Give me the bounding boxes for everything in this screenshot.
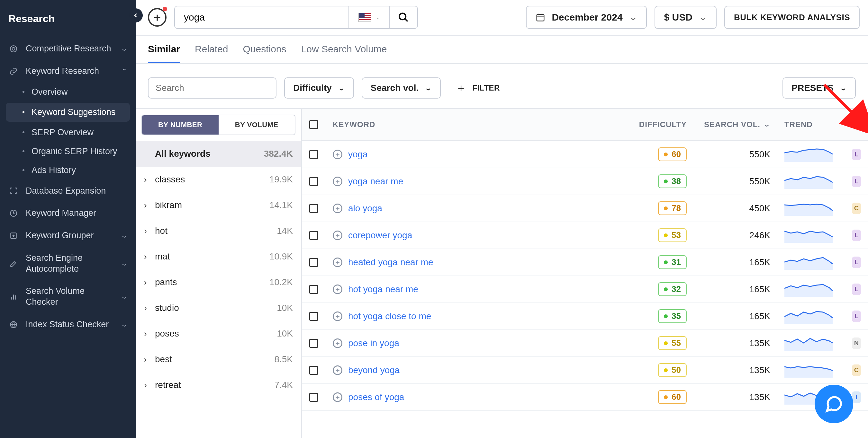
sidebar-subitem-organic-serp-history[interactable]: Organic SERP History xyxy=(0,142,136,161)
search-icon xyxy=(398,12,409,23)
sidebar-item-keyword-research[interactable]: Keyword Research ⌃ xyxy=(0,60,136,82)
keyword-group-row[interactable]: › pants 10.2K xyxy=(136,269,301,295)
chevron-down-icon: ⌄ xyxy=(629,13,637,22)
keyword-search-input[interactable] xyxy=(175,6,348,28)
group-count: 7.4K xyxy=(274,380,293,390)
keyword-link[interactable]: alo yoga xyxy=(348,203,382,213)
keyword-link[interactable]: poses of yoga xyxy=(348,392,404,402)
by-volume-toggle[interactable]: BY VOLUME xyxy=(219,115,295,135)
keyword-group-row[interactable]: › hot 14K xyxy=(136,218,301,244)
keyword-group-row[interactable]: › best 8.5K xyxy=(136,346,301,372)
keyword-group-row[interactable]: › bikram 14.1K xyxy=(136,192,301,218)
row-checkbox[interactable] xyxy=(309,312,318,321)
col-search-vol[interactable]: SEARCH VOL. ⌄ xyxy=(694,120,777,129)
link-icon xyxy=(8,66,19,76)
col-keyword[interactable]: KEYWORD xyxy=(326,120,600,129)
all-keywords-row[interactable]: All keywords 382.4K xyxy=(136,141,301,167)
tab-questions[interactable]: Questions xyxy=(243,44,286,63)
sidebar-subitem-keyword-suggestions[interactable]: Keyword Suggestions xyxy=(6,103,130,122)
chat-fab-button[interactable] xyxy=(815,385,853,423)
add-to-list-button[interactable]: ＋ xyxy=(333,311,342,321)
locale-selector[interactable]: ⌄ xyxy=(348,6,389,28)
keyword-group-row[interactable]: › retreat 7.4K xyxy=(136,372,301,398)
add-to-list-button[interactable]: ＋ xyxy=(333,365,342,375)
group-count: 10.2K xyxy=(270,277,293,288)
sidebar-item-competitive-research[interactable]: Competitive Research ⌄ xyxy=(0,38,136,60)
tab-similar[interactable]: Similar xyxy=(148,44,180,63)
add-to-list-button[interactable]: ＋ xyxy=(333,149,342,159)
keyword-group-row[interactable]: › classes 19.9K xyxy=(136,167,301,192)
chevron-right-icon: › xyxy=(144,355,155,365)
row-checkbox[interactable] xyxy=(309,366,318,375)
row-checkbox[interactable] xyxy=(309,150,318,159)
sidebar-subitem-label: SERP Overview xyxy=(31,128,94,137)
keyword-link[interactable]: yoga xyxy=(348,149,368,160)
add-to-list-button[interactable]: ＋ xyxy=(333,284,342,294)
add-to-list-button[interactable]: ＋ xyxy=(333,204,342,213)
col-sea[interactable]: SEA xyxy=(845,120,868,129)
add-filter-button[interactable]: ＋ FILTER xyxy=(456,80,500,95)
sidebar-item-label: Database Expansion xyxy=(26,186,128,197)
filter-search-input[interactable] xyxy=(156,83,271,93)
select-all-checkbox[interactable] xyxy=(309,120,318,129)
sidebar-item-label: Index Status Checker xyxy=(26,319,114,330)
keyword-link[interactable]: hot yoga close to me xyxy=(348,311,431,322)
content-grid: BY NUMBER BY VOLUME All keywords 382.4K … xyxy=(136,108,868,438)
bulk-analysis-button[interactable]: BULK KEYWORD ANALYSIS xyxy=(724,6,860,29)
tab-related[interactable]: Related xyxy=(195,44,228,63)
add-keyword-button[interactable]: ＋ xyxy=(148,8,166,27)
row-checkbox[interactable] xyxy=(309,393,318,402)
sidebar-subitem-ads-history[interactable]: Ads History xyxy=(0,161,136,180)
sidebar-item-search-volume-checker[interactable]: Search Volume Checker ⌄ xyxy=(0,280,136,313)
row-checkbox[interactable] xyxy=(309,339,318,348)
search-volume-value: 550K xyxy=(694,176,777,187)
col-trend[interactable]: TREND xyxy=(777,120,845,129)
sidebar-item-keyword-manager[interactable]: Keyword Manager xyxy=(0,202,136,225)
row-checkbox[interactable] xyxy=(309,258,318,267)
tab-low-search-volume[interactable]: Low Search Volume xyxy=(301,44,387,63)
keyword-group-row[interactable]: › studio 10K xyxy=(136,295,301,321)
add-to-list-button[interactable]: ＋ xyxy=(333,393,342,402)
group-mode-toggle[interactable]: BY NUMBER BY VOLUME xyxy=(142,115,296,135)
sidebar-subitem-overview[interactable]: Overview xyxy=(0,82,136,101)
volume-filter[interactable]: Search vol. ⌄ xyxy=(362,77,441,99)
filter-search[interactable] xyxy=(148,77,277,99)
group-label: classes xyxy=(155,174,270,184)
sidebar-item-index-status-checker[interactable]: Index Status Checker ⌄ xyxy=(0,313,136,336)
chevron-right-icon: › xyxy=(144,175,155,184)
add-to-list-button[interactable]: ＋ xyxy=(333,258,342,267)
all-keywords-count: 382.4K xyxy=(264,149,293,159)
sidebar-subitem-serp-overview[interactable]: SERP Overview xyxy=(0,123,136,142)
currency-selector[interactable]: $ USD ⌄ xyxy=(654,6,717,29)
chevron-right-icon: › xyxy=(144,200,155,210)
add-to-list-button[interactable]: ＋ xyxy=(333,231,342,240)
sidebar-item-search-engine-autocomplete[interactable]: Search Engine Autocomplete ⌄ xyxy=(0,247,136,280)
search-button[interactable] xyxy=(389,6,417,28)
add-to-list-button[interactable]: ＋ xyxy=(333,338,342,348)
keyword-group-row[interactable]: › mat 10.9K xyxy=(136,244,301,269)
by-number-toggle[interactable]: BY NUMBER xyxy=(142,115,219,135)
keyword-groups-panel: BY NUMBER BY VOLUME All keywords 382.4K … xyxy=(136,109,302,438)
difficulty-filter[interactable]: Difficulty ⌄ xyxy=(284,77,354,99)
sidebar-item-database-expansion[interactable]: Database Expansion xyxy=(0,180,136,202)
row-checkbox[interactable] xyxy=(309,231,318,240)
presets-button[interactable]: PRESETS ⌄ xyxy=(782,77,856,99)
keyword-link[interactable]: pose in yoga xyxy=(348,338,399,348)
col-difficulty[interactable]: DIFFICULTY xyxy=(600,120,694,129)
date-selector[interactable]: December 2024 ⌄ xyxy=(526,6,647,29)
keyword-group-row[interactable]: › poses 10K xyxy=(136,321,301,346)
sidebar-item-keyword-grouper[interactable]: Keyword Grouper ⌄ xyxy=(0,225,136,247)
presets-label: PRESETS xyxy=(792,83,834,93)
keyword-link[interactable]: heated yoga near me xyxy=(348,257,433,268)
row-checkbox[interactable] xyxy=(309,204,318,213)
keyword-link[interactable]: corepower yoga xyxy=(348,230,412,240)
row-checkbox[interactable] xyxy=(309,285,318,294)
keyword-link[interactable]: yoga near me xyxy=(348,176,403,187)
group-label: bikram xyxy=(155,200,270,210)
chevron-down-icon: ⌄ xyxy=(376,15,380,19)
row-checkbox[interactable] xyxy=(309,177,318,186)
keyword-link[interactable]: hot yoga near me xyxy=(348,284,418,295)
add-to-list-button[interactable]: ＋ xyxy=(333,177,342,186)
keyword-link[interactable]: beyond yoga xyxy=(348,365,400,375)
volume-filter-label: Search vol. xyxy=(371,83,418,93)
